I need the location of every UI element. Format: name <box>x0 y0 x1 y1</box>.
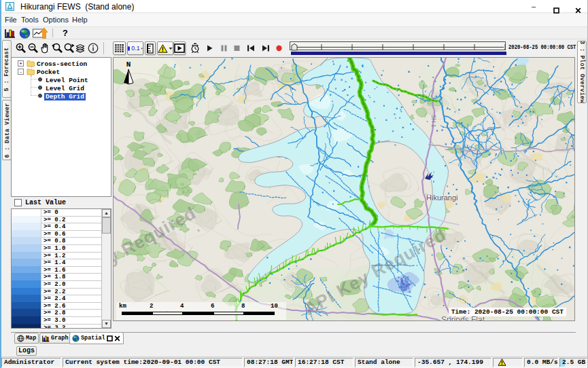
classification-button[interactable] <box>145 41 156 55</box>
legend-rows: >= 0>= 0.2>= 0.4>= 0.6>= 0.8>= 1.0>= 1.2… <box>12 209 101 328</box>
play-button[interactable] <box>206 44 213 52</box>
scale-segment <box>122 312 152 315</box>
record-button[interactable] <box>275 44 283 52</box>
legend-row-label: >= 1.0 <box>44 245 65 252</box>
sidebar-tab-forecast[interactable]: 5 : Forecast <box>2 40 12 98</box>
pause-button[interactable] <box>220 44 228 52</box>
status-warning-cell <box>493 358 523 367</box>
legend-swatch <box>12 273 41 280</box>
last-value-label: Last Value <box>25 199 66 206</box>
layers-tree-panel: + Cross-section - Pocket Level Point Lev… <box>11 57 111 197</box>
scale-bar: km 2 4 6 8 10 <box>116 302 286 320</box>
status-mode: Stand alone <box>355 358 413 367</box>
main-toolbar: ? <box>1 26 587 39</box>
toolbar-separator <box>52 29 53 37</box>
legend-row-label: >= 2.4 <box>44 295 65 302</box>
map-time-annotation: Time: 2020-08-25 00:00:00 CST <box>449 308 566 316</box>
window-title: Hikurangi FEWS (Stand alone) <box>20 2 134 12</box>
depth-legend-panel: >= 0>= 0.2>= 0.4>= 0.6>= 0.8>= 1.0>= 1.2… <box>11 208 111 329</box>
time-slider[interactable] <box>290 41 506 50</box>
map-tab-icon <box>17 335 24 342</box>
tab-close-icon[interactable] <box>114 335 120 342</box>
status-system-time: Current system time:2020-09-01 00:00 CST <box>63 358 243 367</box>
toolbar-separator <box>103 42 104 54</box>
map-canvas[interactable]: API Key Required API Key Required N Hiku… <box>113 57 575 321</box>
bullet-icon <box>38 86 42 90</box>
last-frame-button[interactable] <box>262 44 270 52</box>
first-frame-button[interactable] <box>247 44 255 52</box>
legend-swatch <box>12 288 41 295</box>
legend-swatch <box>12 216 41 223</box>
menu-help[interactable]: Help <box>72 16 88 26</box>
fews-application-window: Hikurangi FEWS (Stand alone) – File Tool… <box>0 0 588 368</box>
legend-swatch <box>12 252 41 259</box>
animation-window-button[interactable] <box>173 41 186 55</box>
tab-maximize-icon[interactable] <box>107 335 113 342</box>
sidebar-tab-data-viewer[interactable]: 6 : Data Viewer <box>2 100 12 160</box>
legend-swatch <box>12 266 41 274</box>
legend-swatch <box>12 295 41 302</box>
scroll-up-button[interactable]: ▲ <box>102 209 111 217</box>
status-user: Administrator <box>1 358 61 367</box>
legend-swatch <box>12 223 41 230</box>
collapse-icon[interactable]: - <box>18 69 24 75</box>
legend-row-label: >= 3.0 <box>44 317 65 324</box>
tab-spatial[interactable]: Spatial <box>69 332 124 344</box>
menu-tools[interactable]: Tools <box>21 16 39 26</box>
graph-tab-icon <box>42 335 50 342</box>
status-download-rate: 0.0 MB/s <box>524 358 558 367</box>
bullet-icon <box>38 94 42 98</box>
minimize-button[interactable]: – <box>523 0 544 13</box>
legend-row[interactable]: >= 3.2 <box>12 325 101 329</box>
spatial-display-button[interactable] <box>19 27 31 39</box>
legend-scrollbar[interactable]: ▲ ▼ <box>101 209 111 328</box>
legend-row-label: >= 0.8 <box>44 238 65 244</box>
close-button[interactable] <box>568 0 588 13</box>
menu-file[interactable]: File <box>5 16 17 26</box>
legend-swatch <box>12 208 41 216</box>
legend-row-label: >= 0.6 <box>44 231 65 238</box>
title-bar[interactable]: Hikurangi FEWS (Stand alone) – <box>1 0 587 13</box>
help-button[interactable]: ? <box>63 28 68 38</box>
show-grid-button[interactable] <box>113 41 126 55</box>
road-label: SH 1 <box>430 115 437 128</box>
time-series-display-button[interactable] <box>5 28 16 39</box>
import-status-button[interactable] <box>33 27 48 39</box>
scroll-down-button[interactable]: ▼ <box>102 320 111 328</box>
expand-icon[interactable]: + <box>18 60 24 67</box>
legend-swatch <box>12 324 41 329</box>
maximize-button[interactable] <box>546 0 566 13</box>
current-frame-datetime: 2020-08-25 00:00:00 CST <box>508 44 576 51</box>
zoom-in-button[interactable] <box>15 42 27 54</box>
legend-row-label: >= 2.8 <box>44 310 65 316</box>
zoom-previous-button[interactable] <box>51 42 63 54</box>
logs-tab[interactable]: Logs <box>16 346 37 356</box>
status-gmt-time: 08:27:18 GMT <box>244 358 294 367</box>
legend-row-label: >= 1.6 <box>44 267 65 274</box>
legend-row-label: >= 1.2 <box>44 253 65 259</box>
zoom-out-button[interactable] <box>27 42 39 54</box>
timeline-progress-bar[interactable] <box>291 52 506 55</box>
pan-button[interactable] <box>39 43 50 54</box>
spatial-tab-icon <box>72 335 80 342</box>
menu-options[interactable]: Options <box>43 16 69 26</box>
sidebar-tab-plot-overview[interactable]: 3 : Plot Overview <box>577 41 587 103</box>
last-value-checkbox[interactable] <box>14 199 22 206</box>
zoom-next-button[interactable] <box>63 42 75 54</box>
layers-button[interactable] <box>75 43 87 54</box>
set-system-time-button[interactable] <box>190 43 201 54</box>
contour-interval-dropdown[interactable]: 0.1 <box>127 41 143 55</box>
legend-swatch <box>12 309 41 316</box>
thresholds-dropdown[interactable] <box>157 41 173 55</box>
tab-graph[interactable]: Graph <box>39 333 71 344</box>
info-button[interactable] <box>88 43 99 54</box>
legend-row-label: >= 2.2 <box>44 289 65 295</box>
scrollbar-thumb[interactable] <box>102 217 111 234</box>
stop-button[interactable] <box>233 44 241 52</box>
legend-row-label: >= 3.2 <box>44 325 65 329</box>
tab-map[interactable]: Map <box>14 333 39 344</box>
status-local-time: 16:27:18 CST <box>295 358 353 367</box>
folder-icon <box>27 60 35 67</box>
scale-segment <box>183 312 213 315</box>
scale-segment <box>213 312 244 315</box>
